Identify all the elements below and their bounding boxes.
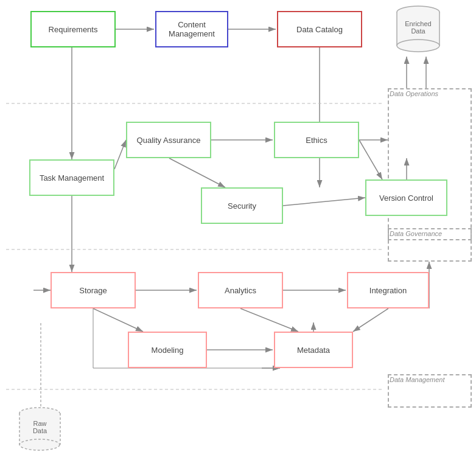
svg-line-25: [353, 308, 388, 332]
metadata-label: Metadata: [297, 346, 330, 355]
data-governance-label: Data Governance: [390, 230, 442, 237]
data-operations-label: Data Operations: [390, 90, 438, 97]
diagram: Data Operations Data Governance Data Man…: [0, 0, 476, 463]
analytics-label: Analytics: [225, 286, 256, 295]
analytics-node: Analytics: [198, 272, 283, 308]
data-catalog-node: Data Catalog: [277, 11, 362, 47]
version-control-node: Version Control: [365, 179, 447, 216]
quality-assurance-node: Quality Assurance: [126, 122, 211, 158]
security-node: Security: [201, 187, 283, 224]
metadata-node: Metadata: [274, 332, 353, 368]
integration-node: Integration: [347, 272, 429, 308]
enriched-data-label: EnrichedData: [394, 20, 442, 35]
quality-assurance-label: Quality Assurance: [137, 136, 201, 145]
data-operations-region: [388, 88, 472, 240]
version-control-label: Version Control: [379, 193, 433, 203]
svg-line-10: [283, 198, 365, 206]
task-management-node: Task Management: [29, 159, 114, 196]
modeling-label: Modeling: [152, 346, 184, 355]
enriched-data-node: EnrichedData: [394, 5, 442, 57]
content-management-label: ContentManagement: [169, 20, 215, 38]
raw-data-label: RawData: [17, 420, 63, 434]
svg-line-9: [359, 140, 382, 179]
ethics-node: Ethics: [274, 122, 359, 158]
svg-point-37: [397, 40, 439, 52]
storage-label: Storage: [79, 286, 107, 295]
content-management-node: ContentManagement: [155, 11, 228, 47]
svg-line-24: [240, 308, 298, 332]
svg-line-19: [93, 308, 143, 332]
raw-data-node: RawData: [17, 406, 63, 455]
svg-line-8: [169, 158, 225, 187]
data-management-label: Data Management: [390, 376, 445, 383]
modeling-node: Modeling: [128, 332, 207, 368]
ethics-label: Ethics: [306, 136, 327, 145]
integration-label: Integration: [369, 286, 407, 295]
requirements-label: Requirements: [49, 25, 98, 34]
svg-point-42: [19, 439, 60, 450]
storage-node: Storage: [51, 272, 136, 308]
data-catalog-label: Data Catalog: [296, 25, 343, 34]
svg-line-6: [114, 140, 126, 169]
requirements-node: Requirements: [30, 11, 116, 47]
task-management-label: Task Management: [40, 173, 104, 183]
security-label: Security: [228, 201, 256, 211]
